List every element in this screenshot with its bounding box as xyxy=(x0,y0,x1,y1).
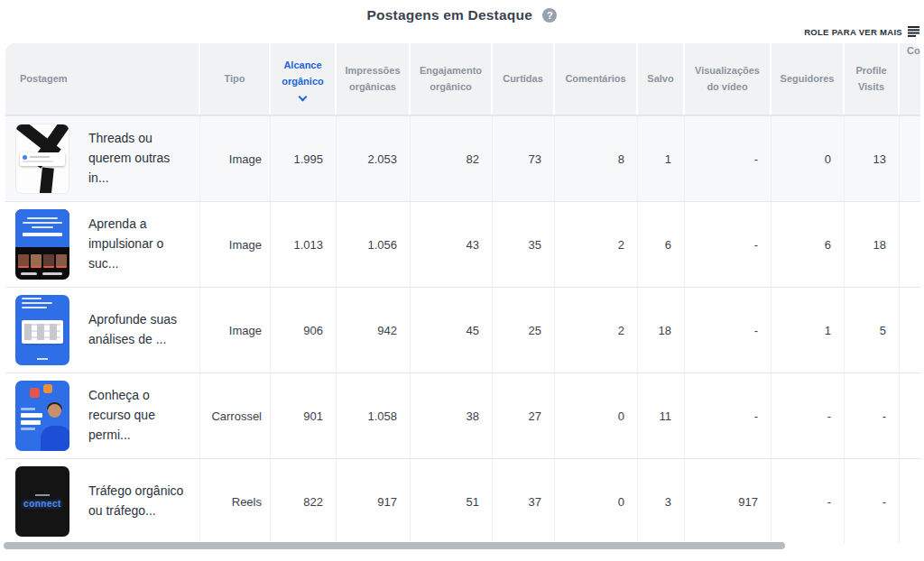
cell-salvo: 11 xyxy=(638,373,685,458)
thumbnail-art xyxy=(21,408,35,410)
posts-table: Postagem Tipo Alcance orgânico Impressõe… xyxy=(5,43,920,545)
cell-impressoes-organicas: 942 xyxy=(337,288,411,372)
cell-clipped xyxy=(900,116,920,201)
column-header-alcance-organico[interactable]: Alcance orgânico xyxy=(271,43,337,115)
horizontal-scrollbar-thumb[interactable] xyxy=(4,542,785,549)
column-header-curtidas[interactable]: Curtidas xyxy=(493,43,555,115)
column-label: Seguidores xyxy=(779,71,836,87)
cell-visualizacoes-do-video: 917 xyxy=(685,459,772,544)
cell-clipped xyxy=(900,288,920,372)
thumbnail-art xyxy=(18,254,67,268)
cell-comentarios: 2 xyxy=(555,288,638,372)
thumbnail-art xyxy=(42,272,62,275)
post-thumbnail[interactable] xyxy=(15,124,69,194)
cell-clipped xyxy=(900,202,920,287)
column-header-engajamento-organico[interactable]: Engajamento orgânico xyxy=(411,43,493,115)
post-row[interactable]: Conheça o recurso que permi... Carrossel… xyxy=(5,372,920,458)
thumbnail-art xyxy=(21,413,42,418)
thumbnail-art xyxy=(21,420,41,425)
post-row[interactable]: Aprenda a impulsionar o suc... Image 1.0… xyxy=(5,201,920,287)
cell-impressoes-organicas: 1.058 xyxy=(337,373,411,458)
cell-visualizacoes-do-video: - xyxy=(685,373,772,458)
column-label: Alcance orgânico xyxy=(278,58,328,88)
sort-desc-chevron-icon xyxy=(299,92,308,101)
cell-salvo: 6 xyxy=(638,202,685,287)
cell-profile-visits: 13 xyxy=(845,116,900,201)
post-title[interactable]: Tráfego orgânico ou tráfego... xyxy=(88,482,192,520)
thumbnail-art xyxy=(22,320,63,344)
cell-alcance-organico: 1.013 xyxy=(271,202,337,287)
cell-tipo: Image xyxy=(200,116,271,201)
cell-engajamento-organico: 51 xyxy=(411,459,493,544)
cell-comentarios: 0 xyxy=(555,459,638,544)
column-header-impressoes-organicas[interactable]: Impressões orgânicas xyxy=(337,43,411,115)
post-title[interactable]: Conheça o recurso que permi... xyxy=(88,386,192,445)
cell-alcance-organico: 901 xyxy=(271,373,337,458)
cell-impressoes-organicas: 1.056 xyxy=(337,202,411,287)
thumbnail-art xyxy=(39,167,54,194)
cell-clipped xyxy=(900,459,920,544)
cell-comentarios: 8 xyxy=(555,116,638,201)
post-cell: Threads ou querem outras in... xyxy=(5,116,200,201)
post-thumbnail[interactable] xyxy=(15,381,69,451)
thumbnail-art xyxy=(21,272,37,275)
cell-engajamento-organico: 43 xyxy=(411,202,493,287)
post-cell: connect Tráfego orgânico ou tráfego... xyxy=(5,459,200,544)
post-thumbnail[interactable] xyxy=(15,209,69,280)
cell-seguidores: 0 xyxy=(772,116,845,201)
column-header-clipped[interactable]: Co xyxy=(900,43,920,115)
cell-curtidas: 35 xyxy=(493,202,555,287)
cell-profile-visits: - xyxy=(845,373,900,458)
post-row[interactable]: Threads ou querem outras in... Image 1.9… xyxy=(5,115,920,201)
page-title: Postagens em Destaque xyxy=(367,7,532,23)
thumbnail-art xyxy=(22,298,42,299)
cell-comentarios: 2 xyxy=(555,202,638,287)
cell-tipo: Carrossel xyxy=(200,373,271,458)
column-header-comentarios[interactable]: Comentários xyxy=(555,43,638,115)
thumbnail-art xyxy=(21,428,35,430)
column-label: Impressões orgânicas xyxy=(344,63,402,94)
cell-visualizacoes-do-video: - xyxy=(685,288,772,372)
thumbnail-art xyxy=(22,302,52,304)
cell-visualizacoes-do-video: - xyxy=(685,116,772,201)
cell-seguidores: 6 xyxy=(772,202,845,287)
post-thumbnail[interactable] xyxy=(15,295,69,365)
column-label: Co xyxy=(907,43,920,59)
cell-salvo: 1 xyxy=(638,116,685,201)
column-label: Visualizações do vídeo xyxy=(692,63,762,94)
column-label: Profile Visits xyxy=(852,63,891,94)
post-title[interactable]: Threads ou querem outras in... xyxy=(88,129,192,188)
thumbnail-art xyxy=(41,426,69,451)
thumbnail-art xyxy=(30,388,40,398)
post-thumbnail[interactable]: connect xyxy=(15,466,69,537)
cell-profile-visits: 18 xyxy=(845,202,900,287)
post-row[interactable]: connect Tráfego orgânico ou tráfego... R… xyxy=(5,458,920,544)
cell-impressoes-organicas: 2.053 xyxy=(337,116,411,201)
column-label: Comentários xyxy=(562,71,629,87)
column-header-seguidores[interactable]: Seguidores xyxy=(772,43,845,115)
column-header-visualizacoes-do-video[interactable]: Visualizações do vídeo xyxy=(685,43,772,115)
cell-salvo: 18 xyxy=(638,288,685,372)
scroll-hint: ROLE PARA VER MAIS xyxy=(804,26,919,37)
cell-curtidas: 73 xyxy=(493,116,555,201)
cell-seguidores: - xyxy=(772,459,845,544)
cell-profile-visits: 5 xyxy=(845,288,900,372)
cell-salvo: 3 xyxy=(638,459,685,544)
cell-clipped xyxy=(900,373,920,458)
column-header-tipo[interactable]: Tipo xyxy=(200,43,271,115)
cell-tipo: Image xyxy=(200,288,271,372)
help-icon[interactable]: ? xyxy=(542,8,557,23)
cell-comentarios: 0 xyxy=(555,373,638,458)
thumbnail-art xyxy=(20,152,65,166)
featured-posts-panel: Postagens em Destaque ? ROLE PARA VER MA… xyxy=(0,0,924,561)
scroll-more-icon xyxy=(908,26,919,37)
cell-engajamento-organico: 82 xyxy=(411,116,493,201)
post-cell: Conheça o recurso que permi... xyxy=(5,373,200,458)
post-title[interactable]: Aprofunde suas análises de ... xyxy=(88,310,192,349)
column-header-postagem[interactable]: Postagem xyxy=(5,43,200,115)
post-title[interactable]: Aprenda a impulsionar o suc... xyxy=(88,215,192,273)
column-header-profile-visits[interactable]: Profile Visits xyxy=(845,43,900,115)
column-header-salvo[interactable]: Salvo xyxy=(638,43,685,115)
post-row[interactable]: Aprofunde suas análises de ... Image 906… xyxy=(5,287,920,372)
cell-alcance-organico: 822 xyxy=(271,459,337,544)
